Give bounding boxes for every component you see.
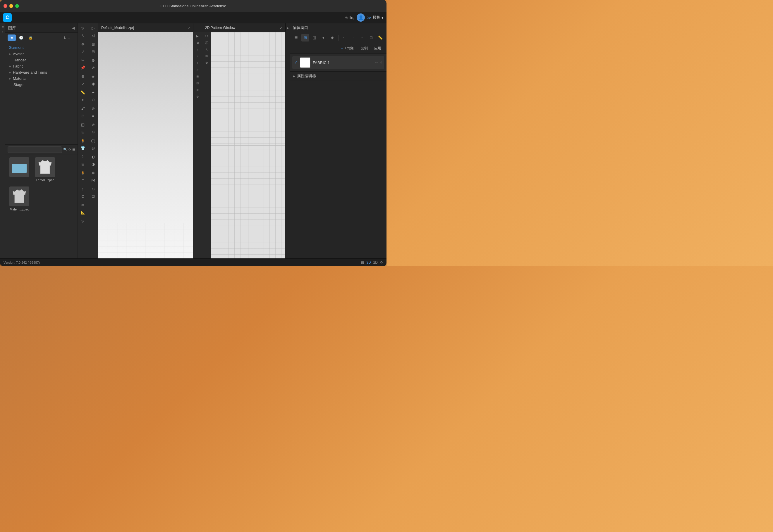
rc-icon-3[interactable]: ↑ xyxy=(194,46,201,53)
pt-info[interactable]: ⓘ xyxy=(203,39,211,46)
tree-item-hardware-trims[interactable]: ▶ Hardware and Trims xyxy=(5,69,77,75)
toolbar-tuck-icon[interactable]: ⊟ xyxy=(78,160,87,167)
pt-select[interactable]: ↖ xyxy=(203,46,211,53)
toolbar-grid-icon[interactable]: ⊞ xyxy=(78,128,87,135)
viewport-2d-content[interactable] xyxy=(211,32,285,258)
toolbar-zipper-icon[interactable]: ↕ xyxy=(78,185,87,192)
rc-icon-6[interactable]: ⤢ xyxy=(194,66,201,73)
tree-item-avatar[interactable]: ▶ Avatar xyxy=(5,51,77,57)
simulate-button[interactable]: ≫ 模拟 ▾ xyxy=(367,15,384,20)
library-tab-locked[interactable]: 🔒 xyxy=(26,34,34,41)
rc-icon-9[interactable]: ⊕ xyxy=(194,87,201,93)
toolbar-sym-icon[interactable]: ◫ xyxy=(78,121,87,128)
tree-item-fabric[interactable]: ▶ Fabric xyxy=(5,63,77,69)
pt-move[interactable]: ✥ xyxy=(203,60,211,66)
toolbar2-icon-20[interactable]: ⋈ xyxy=(89,177,97,184)
toolbar2-icon-2[interactable]: ◁ xyxy=(89,32,97,39)
viewport-3d-content[interactable] xyxy=(98,32,193,258)
library-search-input[interactable] xyxy=(8,146,62,153)
rc-icon-8[interactable]: ⊟ xyxy=(194,80,201,86)
toolbar-pleat-icon[interactable]: ≡ xyxy=(78,177,87,184)
viewport-2d-expand-icon[interactable]: ⤢ xyxy=(280,26,282,30)
toolbar2-icon-13[interactable]: ⊚ xyxy=(89,121,97,128)
toolbar-navigate-icon[interactable]: ▽ xyxy=(78,25,87,32)
toolbar-garment-icon[interactable]: 👕 xyxy=(78,144,87,151)
toolbar-measure-icon[interactable]: 📏 xyxy=(78,89,87,96)
search-list-icon[interactable]: ☰ xyxy=(72,148,75,151)
toolbar2-icon-10[interactable]: ⊙ xyxy=(89,96,97,103)
prop-ruler-icon[interactable]: 📏 xyxy=(376,34,384,42)
toolbar2-icon-21[interactable]: ⊙ xyxy=(89,185,97,192)
toolbar2-icon-1[interactable]: ▷ xyxy=(89,25,97,32)
minimize-button[interactable] xyxy=(9,4,13,8)
toolbar-fold-icon[interactable]: ⌇ xyxy=(78,153,87,160)
add-button[interactable]: + + 增加 xyxy=(338,45,357,52)
prop-wave-icon[interactable]: ≈ xyxy=(358,34,366,42)
fabric-item-1[interactable]: ✓ FABRIC 1 ✏ ✕ xyxy=(292,56,384,69)
right-expand-button[interactable]: ▶ xyxy=(285,23,290,32)
toolbar-magnet-icon[interactable]: ⊕ xyxy=(78,73,87,80)
toolbar2-icon-17[interactable]: ◐ xyxy=(89,153,97,160)
rc-icon-1[interactable]: ▶ xyxy=(194,33,201,39)
toolbar2-icon-8[interactable]: ◉ xyxy=(89,80,97,87)
prop-sphere-icon[interactable]: ● xyxy=(320,34,327,42)
prop-pattern-icon[interactable]: ⊡ xyxy=(367,34,375,42)
pt-eye[interactable]: 👁 xyxy=(203,53,211,59)
toolbar2-icon-7[interactable]: ◈ xyxy=(89,73,97,80)
fabric-edit-icon[interactable]: ✏ xyxy=(375,61,378,65)
toolbar-pin-icon[interactable]: 📌 xyxy=(78,64,87,71)
search-refresh-icon[interactable]: ⟳ xyxy=(68,148,71,151)
rc-icon-7[interactable]: ⊞ xyxy=(194,73,201,80)
toolbar2-icon-6[interactable]: ⊘ xyxy=(89,64,97,71)
maximize-button[interactable] xyxy=(15,4,19,8)
sidebar-icon-1[interactable]: ☰ xyxy=(1,25,5,29)
toolbar2-icon-18[interactable]: ◑ xyxy=(89,160,97,167)
toolbar2-icon-3[interactable]: ⊞ xyxy=(89,41,97,48)
toolbar-snap-icon[interactable]: ⋄ xyxy=(78,96,87,103)
toolbar-select-icon[interactable]: ↖ xyxy=(78,32,87,39)
tree-item-garment[interactable]: Garment xyxy=(5,44,77,51)
sidebar-icon-2[interactable]: ⋮ xyxy=(1,29,5,33)
toolbar2-icon-19[interactable]: ⊗ xyxy=(89,169,97,176)
rc-icon-5[interactable]: ↕ xyxy=(194,60,201,66)
toolbar2-icon-16[interactable]: ◎ xyxy=(89,144,97,151)
library-tab-starred[interactable]: ★ xyxy=(8,34,16,41)
viewport-3d-expand-icon[interactable]: ⤢ xyxy=(187,26,190,30)
library-collapse-icon[interactable]: ◀ xyxy=(72,26,75,30)
prop-diamond-icon[interactable]: ◆ xyxy=(329,34,337,42)
prop-arrow-right-icon[interactable]: → xyxy=(349,34,357,42)
rc-icon-4[interactable]: ↓ xyxy=(194,53,201,59)
toolbar-ruler-icon[interactable]: 📐 xyxy=(78,209,87,216)
toolbar-gather-icon[interactable]: 🧍 xyxy=(78,169,87,176)
status-2d-icon[interactable]: 2D xyxy=(373,260,378,265)
toolbar2-icon-12[interactable]: ● xyxy=(89,112,97,119)
toolbar2-icon-15[interactable]: ◯ xyxy=(89,137,97,144)
toolbar2-icon-22[interactable]: ⊡ xyxy=(89,193,97,200)
apply-button[interactable]: 应用 xyxy=(372,45,384,52)
library-item-male[interactable]: Male_....zpac xyxy=(8,186,31,211)
toolbar-avatar-icon[interactable]: 🧍 xyxy=(78,137,87,144)
tree-item-hanger[interactable]: Hanger xyxy=(5,57,77,63)
library-item-female[interactable]: Femal...zpac xyxy=(33,157,57,182)
tree-item-material[interactable]: ▶ Material xyxy=(5,75,77,82)
search-icon[interactable]: 🔍 xyxy=(63,148,67,151)
fabric-delete-icon[interactable]: ✕ xyxy=(379,61,382,65)
library-add-icon[interactable]: + xyxy=(68,35,70,40)
library-more-icon[interactable]: ⋯ xyxy=(71,36,75,40)
toolbar2-icon-5[interactable]: ⊕ xyxy=(89,57,97,64)
close-button[interactable] xyxy=(4,4,7,8)
toolbar2-icon-11[interactable]: ⊛ xyxy=(89,105,97,112)
rc-icon-10[interactable]: ⊘ xyxy=(194,93,201,100)
tree-item-stage[interactable]: Stage xyxy=(5,82,77,88)
status-refresh-icon[interactable]: ⟳ xyxy=(380,260,383,265)
toolbar2-icon-9[interactable]: ✦ xyxy=(89,89,97,96)
library-item-folder[interactable]: .. xyxy=(8,157,31,182)
toolbar-arrow-icon[interactable]: ↗ xyxy=(78,80,87,87)
toolbar-brush-icon[interactable]: 🖌 xyxy=(78,105,87,112)
toolbar-button-icon[interactable]: ⊙ xyxy=(78,193,87,200)
toolbar2-icon-14[interactable]: ⊝ xyxy=(89,128,97,135)
attr-expand-icon[interactable]: ▶ xyxy=(293,75,295,78)
toolbar-pen-icon[interactable]: ✏ xyxy=(78,201,87,208)
toolbar-bottom-icon[interactable]: ▽ xyxy=(78,217,87,224)
status-3d-icon[interactable]: 3D xyxy=(366,260,371,265)
